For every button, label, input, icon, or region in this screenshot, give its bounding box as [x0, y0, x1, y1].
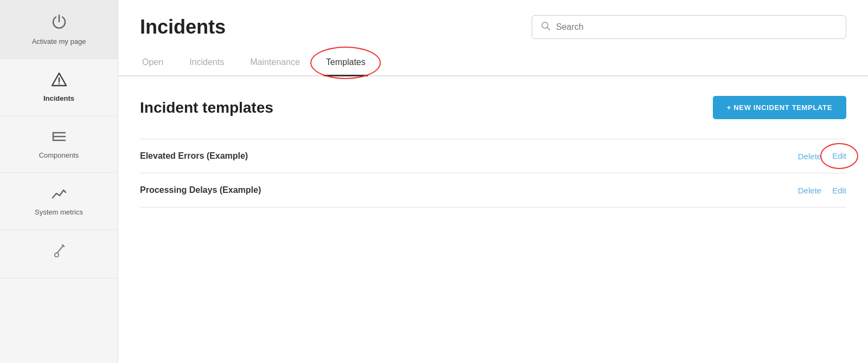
search-input[interactable] — [556, 22, 837, 32]
sidebar-item-incidents[interactable]: Incidents — [0, 59, 118, 116]
paintbrush-icon — [52, 243, 67, 262]
edit-button-2[interactable]: Edit — [832, 186, 846, 195]
sidebar-item-system-metrics-label: System metrics — [35, 208, 83, 216]
new-incident-template-button[interactable]: + NEW INCIDENT TEMPLATE — [713, 96, 846, 119]
list-icon — [51, 129, 67, 148]
header: Incidents — [118, 0, 868, 50]
power-icon — [50, 13, 68, 34]
search-icon — [541, 21, 551, 33]
sidebar-item-activate-label: Activate my page — [32, 37, 86, 46]
sidebar-item-customize[interactable] — [0, 230, 118, 278]
sidebar: Activate my page Incidents Components — [0, 0, 118, 363]
svg-point-1 — [58, 83, 59, 84]
edit-circle-wrapper-1: Edit — [832, 151, 846, 161]
tab-maintenance[interactable]: Maintenance — [248, 50, 302, 76]
edit-button-1[interactable]: Edit — [832, 151, 846, 160]
tab-templates[interactable]: Templates — [324, 50, 368, 76]
svg-line-7 — [547, 28, 550, 30]
content-title: Incident templates — [140, 99, 273, 116]
template-name-1: Elevated Errors (Example) — [140, 151, 248, 161]
content-header: Incident templates + NEW INCIDENT TEMPLA… — [140, 96, 846, 119]
sidebar-item-activate[interactable]: Activate my page — [0, 0, 118, 59]
template-list: Elevated Errors (Example) Delete Edit Pr… — [140, 139, 846, 208]
template-actions-2: Delete Edit — [798, 186, 846, 195]
content-area: Incident templates + NEW INCIDENT TEMPLA… — [118, 76, 868, 363]
sidebar-item-components-label: Components — [39, 151, 79, 159]
template-item: Processing Delays (Example) Delete Edit — [140, 173, 846, 208]
search-box[interactable] — [532, 15, 846, 39]
sidebar-item-incidents-label: Incidents — [43, 94, 74, 102]
template-actions-1: Delete Edit — [798, 151, 846, 161]
template-item: Elevated Errors (Example) Delete Edit — [140, 139, 846, 173]
tab-incidents[interactable]: Incidents — [187, 50, 226, 76]
sidebar-item-system-metrics[interactable]: System metrics — [0, 173, 118, 230]
tab-templates-wrapper: Templates — [324, 50, 368, 75]
warning-icon — [51, 72, 67, 91]
tab-open[interactable]: Open — [140, 50, 165, 76]
page-title: Incidents — [140, 16, 226, 38]
tabs-bar: Open Incidents Maintenance Templates — [118, 50, 868, 76]
delete-button-2[interactable]: Delete — [798, 186, 821, 195]
sidebar-item-components[interactable]: Components — [0, 116, 118, 173]
main-content: Incidents Open Incidents Maintenance Tem… — [118, 0, 868, 363]
template-name-2: Processing Delays (Example) — [140, 185, 261, 195]
metrics-icon — [51, 186, 67, 205]
delete-button-1[interactable]: Delete — [798, 152, 821, 161]
